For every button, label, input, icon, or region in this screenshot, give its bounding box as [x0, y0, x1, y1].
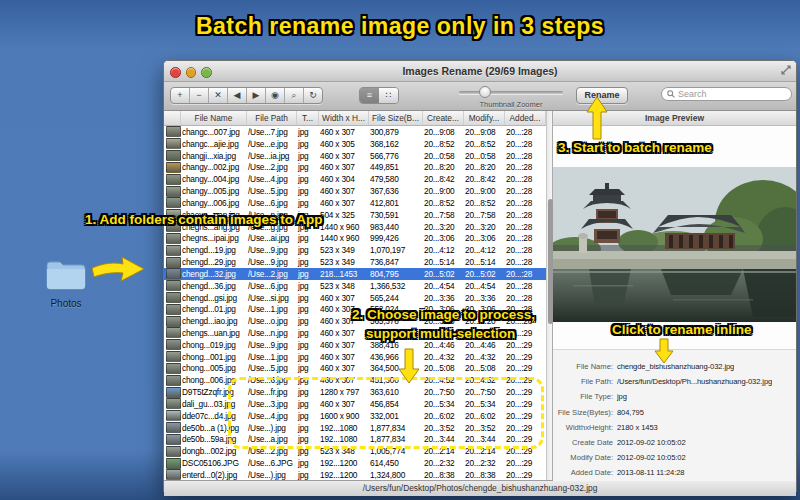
table-row[interactable]: dali_gu...03.jpg/Use...3.jpgjpg460 x 307…	[164, 398, 546, 410]
back-button[interactable]: ◀	[228, 88, 247, 103]
cell-created: 20...7:50	[423, 387, 464, 397]
table-row[interactable]: DSC05106.JPG/Use...6.JPGjpg192...1200614…	[164, 457, 546, 469]
slider-knob[interactable]	[479, 86, 491, 98]
refresh-button[interactable]: ↻	[304, 88, 322, 103]
cell-added: 20...:29	[505, 423, 546, 433]
cell-path: /Use...5.jpg	[247, 363, 297, 373]
photos-folder[interactable]: Photos	[36, 258, 96, 309]
cell-size: 1,877,834	[369, 423, 423, 433]
table-row[interactable]: changy...002.jpg/Use...2.jpgjpg460 x 307…	[164, 161, 546, 173]
list-view-icon[interactable]: ≡	[360, 88, 379, 103]
add-button[interactable]: +	[171, 88, 190, 103]
cell-path: /Use...fr.jpg	[247, 387, 297, 397]
step3-arrow-icon	[586, 96, 608, 140]
cell-path: /Use...e.jpg	[247, 139, 297, 149]
file-thumbnail-icon	[164, 126, 181, 137]
column-header[interactable]: Create...	[423, 111, 464, 125]
table-row[interactable]: dde07c...d4.jpg/Use...4.jpgjpg1600 x 900…	[164, 410, 546, 422]
slider-track	[459, 91, 563, 94]
column-header[interactable]: File Size(B...	[369, 111, 423, 125]
cell-name: changji...xia.jpg	[181, 151, 247, 161]
title-bar[interactable]: Images Rename (29/69 Images)	[164, 61, 796, 82]
cell-type: jpg	[297, 316, 319, 326]
table-row[interactable]: chengd...36.jpg/Use...6.jpgjpg523 x 3481…	[164, 280, 546, 292]
file-info-value[interactable]: /Users/fun/Desktop/Ph...hushanzhuang-032…	[613, 377, 772, 386]
table-scrollbar[interactable]	[546, 111, 552, 480]
column-header[interactable]: Modify...	[464, 111, 505, 125]
cell-type: jpg	[297, 363, 319, 373]
thumbnail-zoomer-slider[interactable]	[459, 91, 563, 94]
table-row[interactable]: chong...005.jpg/Use...5.jpgjpg460 x 3073…	[164, 363, 546, 375]
table-row[interactable]: chegns...ipai.jpg/Use...ai.jpgjpg1440 x …	[164, 232, 546, 244]
file-info-value[interactable]: 2012-09-02 10:05:02	[613, 438, 686, 447]
remove-button[interactable]: −	[190, 88, 209, 103]
table-row[interactable]: chengd...19.jpg/Use...9.jpgjpg523 x 3491…	[164, 244, 546, 256]
file-info-value[interactable]: jpg	[613, 392, 627, 401]
cell-added: 20...:29	[505, 340, 546, 350]
cell-name: chong...001.jpg	[181, 352, 247, 362]
cell-added: 20...:29	[505, 411, 546, 421]
cell-created: 20...5:34	[423, 399, 464, 409]
preview-button[interactable]: ◉	[266, 88, 285, 103]
table-row[interactable]: changji...xia.jpg/Use...ia.jpgjpg460 x 3…	[164, 150, 546, 162]
thumbnail-zoomer-label: Thumbnail Zoomer	[426, 100, 596, 109]
table-row[interactable]: de50b...59a.jpg/Use...a.jpgjpg192...1080…	[164, 434, 546, 446]
file-info-label: WidthxHeight:	[553, 423, 613, 432]
cell-modified: 20...3:44	[464, 434, 505, 444]
file-thumbnail-icon	[164, 174, 181, 185]
grid-view-icon[interactable]: ∷	[379, 88, 398, 103]
forward-button[interactable]: ▶	[247, 88, 266, 103]
cell-name: enterd...0(2).jpg	[181, 470, 247, 480]
view-mode-segmented-control[interactable]: ≡ ∷	[359, 87, 399, 104]
column-header[interactable]: Added...	[505, 111, 546, 125]
file-info-value[interactable]: 2013-08-11 11:24:28	[613, 468, 685, 477]
fullscreen-icon[interactable]	[781, 65, 791, 75]
table-row[interactable]: chong...001.jpg/Use...1.jpgjpg460 x 3074…	[164, 351, 546, 363]
table-header[interactable]: File NameFile PathT...Width x H...File S…	[164, 111, 546, 126]
file-thumbnail-icon	[164, 245, 181, 256]
cell-size: 1,877,834	[369, 434, 423, 444]
cell-modified: 20...4:12	[464, 245, 505, 255]
table-row[interactable]: D9T5tZzqfr.jpg/Use...fr.jpgjpg1280 x 797…	[164, 386, 546, 398]
cell-type: jpg	[297, 186, 319, 196]
window-title: Images Rename (29/69 Images)	[164, 65, 796, 77]
column-header[interactable]: T...	[297, 111, 319, 125]
table-row[interactable]: chengd...29.jpg/Use...9.jpgjpg523 x 3497…	[164, 256, 546, 268]
cell-path: /Use...6.jpg	[247, 375, 297, 385]
table-row[interactable]: enterd...0(2).jpg/Use...).jpgjpg192...12…	[164, 469, 546, 480]
cell-modified: 20...9:00	[464, 186, 505, 196]
table-row[interactable]: dongb...002.jpg/Use...2.jpgjpg523 x 3481…	[164, 445, 546, 457]
cell-size: 332,001	[369, 411, 423, 421]
table-row[interactable]: changy...005.jpg/Use...5.jpgjpg460 x 307…	[164, 185, 546, 197]
cell-name: chengd...36.jpg	[181, 281, 247, 291]
table-row[interactable]: de50b...a (1).jpg/Use...).jpgjpg192...10…	[164, 422, 546, 434]
cell-modified: 20...4:52	[464, 375, 505, 385]
cell-name: chengd...32.jpg	[181, 269, 247, 279]
cell-type: jpg	[297, 257, 319, 267]
table-row[interactable]: chong...006.jpg/Use...6.jpgjpg460 x 3074…	[164, 374, 546, 386]
cell-name: chong...006.jpg	[181, 375, 247, 385]
cell-type: jpg	[297, 340, 319, 350]
column-header[interactable]: Width x H...	[319, 111, 369, 125]
magnify-button[interactable]: ⌕	[285, 88, 304, 103]
cell-modified: 20...6:02	[464, 411, 505, 421]
table-row[interactable]: changc...ajie.jpg/Use...e.jpgjpg460 x 30…	[164, 138, 546, 150]
file-info-value[interactable]: 2180 x 1453	[613, 423, 658, 432]
search-input[interactable]: Search	[661, 87, 792, 101]
tutorial-banner: Batch rename image only in 3 steps	[0, 13, 800, 40]
table-row[interactable]: changy...006.jpg/Use...6.jpgjpg460 x 307…	[164, 197, 546, 209]
table-row[interactable]: chengd...gsi.jpg/Use...si.jpgjpg460 x 30…	[164, 292, 546, 304]
column-header[interactable]: File Path	[247, 111, 297, 125]
table-row[interactable]: changy...004.jpg/Use...4.jpgjpg460 x 304…	[164, 173, 546, 185]
file-info-value[interactable]: 804,795	[613, 408, 644, 417]
cell-size: 300,879	[369, 127, 423, 137]
table-row[interactable]: chengd...32.jpg/Use...2.jpgjpg218...1453…	[164, 268, 546, 280]
cell-type: jpg	[297, 269, 319, 279]
file-info-value[interactable]: 2012-09-02 10:05:02	[613, 453, 686, 462]
table-row[interactable]: changc...007.jpg/Use...7.jpgjpg460 x 307…	[164, 126, 546, 138]
cell-modified: 20...7:50	[464, 387, 505, 397]
delete-button[interactable]: ✕	[209, 88, 228, 103]
column-header[interactable]: File Name	[181, 111, 247, 125]
column-header[interactable]	[164, 111, 181, 125]
cell-added: 20...:29	[505, 446, 546, 456]
